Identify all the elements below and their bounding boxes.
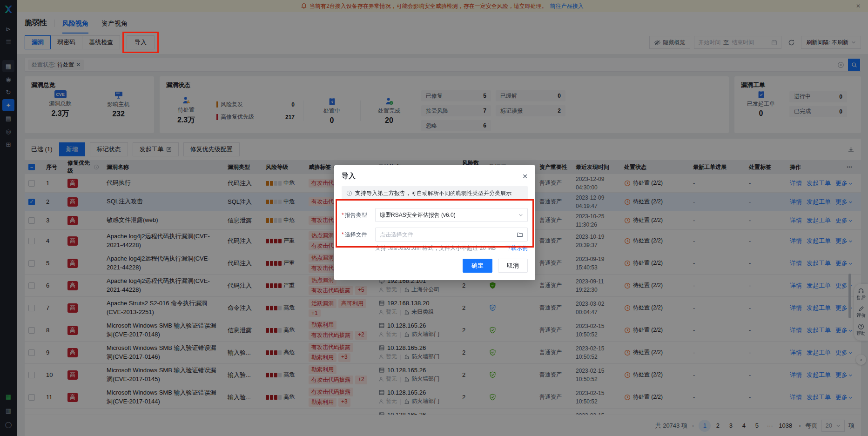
file-select-label: *选择文件	[342, 231, 375, 239]
modal-info-strip: 支持导入第三方报告，可自动解析不同的脆弱性类型并分类展示	[342, 186, 528, 201]
cancel-button[interactable]: 取消	[498, 259, 528, 273]
confirm-button[interactable]: 确定	[463, 259, 492, 273]
modal-close-icon[interactable]: ✕	[522, 173, 528, 180]
import-modal: 导入 ✕ 支持导入第三方报告，可自动解析不同的脆弱性类型并分类展示 *报告类型 …	[334, 165, 535, 280]
folder-icon	[517, 231, 523, 238]
chevron-down-icon	[518, 213, 523, 217]
info-circle-icon	[346, 190, 352, 196]
file-select-input[interactable]: 点击选择文件	[375, 228, 528, 241]
report-type-select[interactable]: 绿盟RSAS安全评估报告 (v6.0)	[375, 208, 528, 222]
file-format-hint: 支持 .xls/.xlsx/.xml 格式，文件大小不超过 20 MB	[375, 244, 496, 252]
report-type-label: *报告类型	[342, 211, 375, 219]
modal-title: 导入	[342, 172, 356, 181]
download-sample-link[interactable]: 下载示例	[505, 244, 528, 252]
